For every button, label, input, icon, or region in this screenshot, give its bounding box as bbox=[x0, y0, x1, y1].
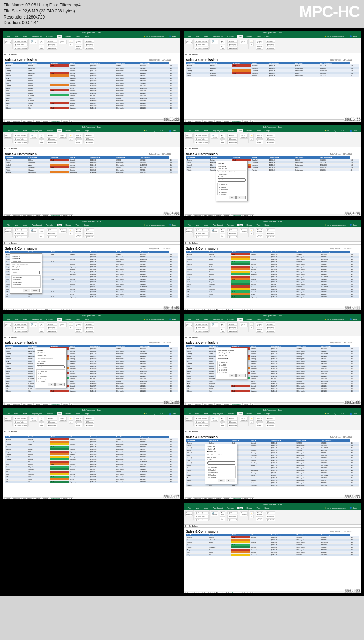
thumbnail[interactable]: SaleFigures.xlsx - Excel FileHomeInsertP… bbox=[184, 31, 361, 122]
tab-design[interactable]: Design bbox=[264, 412, 272, 415]
col-header[interactable]: Date of Hire ▾ bbox=[295, 62, 320, 64]
table-row[interactable]: RobertChenSoccer$250.00$250.0012/12/2008… bbox=[186, 380, 359, 382]
tab-insert[interactable]: Insert bbox=[203, 35, 209, 38]
cancel-button[interactable]: Cancel bbox=[55, 383, 65, 386]
table-row[interactable]: SharonCampbellRunning$441.00Below quota2… bbox=[186, 283, 359, 285]
col-header[interactable]: Commission ▾ bbox=[90, 62, 115, 64]
table-row[interactable]: PatriciaGonzalezRunning$6,935.00Below qu… bbox=[186, 169, 359, 171]
tab-data[interactable]: Data bbox=[57, 318, 63, 321]
new-sheet-button[interactable]: ⊕ bbox=[250, 592, 254, 593]
tab-data[interactable]: Data bbox=[237, 224, 243, 226]
sheet-tab[interactable]: Projections bbox=[193, 309, 203, 310]
sheet-tab[interactable]: Names bbox=[34, 214, 42, 216]
tab-formulas[interactable]: Formulas bbox=[226, 224, 235, 226]
table-row[interactable]: GeraldAndersonRedLacrosse$4,081.70$806.7… bbox=[186, 261, 359, 263]
queries-button[interactable]: ▦ Show Queries bbox=[14, 322, 28, 326]
table-row[interactable]: SarahBryantGymnastics$2,149.00Below quot… bbox=[186, 280, 359, 283]
sheet-tab[interactable]: Names bbox=[34, 403, 42, 405]
col-header[interactable]: Last Name ▾ bbox=[209, 439, 231, 442]
table-row[interactable]: SharonAlexanderLacrosse$3,938.00Below qu… bbox=[186, 67, 359, 69]
table-row[interactable]: KimberlyAllenLacrosse$6,141.00Below quot… bbox=[186, 541, 359, 544]
sheet-tab[interactable]: Pricing bbox=[4, 214, 11, 216]
tab-data[interactable]: Data bbox=[237, 412, 243, 415]
table-row[interactable]: KimberlyBarnesBaseball$6,718.00Below quo… bbox=[5, 362, 178, 365]
tab-pagelayout[interactable]: Page Layout bbox=[31, 35, 43, 38]
tab-formulas[interactable]: Formulas bbox=[45, 318, 54, 321]
sheet-tab[interactable]: Projections bbox=[12, 309, 22, 310]
table-row[interactable]: KimberlyAllenLacrosse$6,141.00Below quot… bbox=[186, 69, 359, 72]
table-row[interactable]: JosephBrownTennis$3,043.00Below quota10/… bbox=[5, 87, 178, 89]
text-columns-button[interactable]: Text toColumns bbox=[240, 322, 248, 327]
ribbon-tabs[interactable]: FileHomeInsertPage LayoutFormulasDataRev… bbox=[3, 129, 180, 132]
table-row[interactable]: WilliamCollinsRedBaseball$5,578.70Below … bbox=[186, 385, 359, 387]
ribbon-tabs[interactable]: FileHomeInsertPage LayoutFormulasDataRev… bbox=[184, 318, 361, 321]
tab-view[interactable]: View bbox=[75, 224, 81, 226]
col-header[interactable]: Commission ▾ bbox=[90, 156, 115, 159]
sheet-tab[interactable]: Item Products bbox=[22, 120, 34, 122]
col-header[interactable]: Division ▾ bbox=[231, 345, 250, 347]
table-row[interactable]: MargaretHendersonGymnastics$1,350.30Belo… bbox=[5, 171, 178, 174]
tab-view[interactable]: View bbox=[256, 224, 262, 226]
col-header[interactable]: Days employed ▾ bbox=[319, 62, 350, 64]
table-row[interactable]: KimberlyAllenLacrosse$6,141.00Below quot… bbox=[186, 352, 359, 355]
sheet-tab[interactable]: Pricing bbox=[4, 497, 11, 499]
sheet-tab[interactable]: staff left bbox=[223, 214, 230, 216]
filter-button[interactable]: ▼Filter bbox=[39, 328, 44, 333]
formula-bar[interactable]: B4 fx Beltran bbox=[3, 242, 180, 245]
table-row[interactable]: SharonAlexanderLacrosse$3,938.00Below qu… bbox=[186, 161, 359, 164]
tab-file[interactable]: File bbox=[6, 318, 11, 321]
group-button[interactable]: ▦ Group bbox=[266, 134, 275, 137]
thumbnail[interactable]: SaleFigures.xlsx - Excel FileHomeInsertP… bbox=[184, 503, 361, 593]
col-header[interactable]: Division ▾ bbox=[50, 156, 69, 159]
table-row[interactable]: WilliamCollinsRedBaseball$5,578.70Below … bbox=[5, 102, 178, 104]
sheet-tab[interactable]: Sheet1 bbox=[61, 497, 69, 499]
tab-formulas[interactable]: Formulas bbox=[226, 35, 235, 38]
tab-pagelayout[interactable]: Page Layout bbox=[212, 129, 224, 132]
table-row[interactable]: GeraldAndersonRedLacrosse$4,081.70$806.7… bbox=[186, 544, 359, 546]
col-header[interactable]: Division ▾ bbox=[50, 62, 69, 64]
tab-formulas[interactable]: Formulas bbox=[45, 35, 54, 38]
thumbnail[interactable]: SaleFigures.xlsx - Excel FileHomeInsertP… bbox=[184, 314, 361, 405]
col-header[interactable]: First Name ▾ bbox=[186, 251, 209, 253]
text-columns-button[interactable]: Text toColumns bbox=[59, 228, 67, 233]
formula-bar[interactable]: B4 fx Beltran bbox=[3, 147, 180, 150]
refresh-button[interactable]: 🔄Refresh bbox=[30, 40, 37, 44]
table-row[interactable]: RebeccaCoxRedKayaking$5,451.60Below quot… bbox=[186, 295, 359, 298]
tab-review[interactable]: Review bbox=[245, 35, 253, 38]
sheet-tab[interactable]: Commission bbox=[231, 214, 242, 216]
tab-design[interactable]: Design bbox=[83, 412, 91, 415]
col-header[interactable]: Sales ▾ bbox=[250, 534, 271, 536]
sheet-tab[interactable]: staff left bbox=[42, 214, 49, 216]
sheet-tabs[interactable]: PricingProjectionsItem ProductsNamesstaf… bbox=[3, 214, 180, 216]
sheet-tab[interactable]: Commission bbox=[50, 403, 61, 405]
get-data-button[interactable]: GetExternal bbox=[185, 134, 193, 139]
tab-home[interactable]: Home bbox=[13, 412, 20, 415]
sheet-tab[interactable]: Sheet1 bbox=[242, 403, 250, 405]
col-header[interactable]: Sales ▾ bbox=[251, 156, 268, 159]
col-header[interactable]: Sales ▾ bbox=[250, 345, 271, 347]
table-row[interactable]: TonyBakerKayaking$2,247.00Below quota4/1… bbox=[186, 266, 359, 268]
col-header[interactable]: Sales ▾ bbox=[250, 439, 271, 442]
table-row[interactable]: SharonCampbellRunning$441.00Below quota2… bbox=[5, 94, 178, 97]
get-data-button[interactable]: GetExternal bbox=[4, 134, 12, 139]
refresh-button[interactable]: 🔄Refresh bbox=[211, 417, 218, 422]
sheet-tab[interactable]: Item Products bbox=[203, 403, 215, 405]
sheet-tabs[interactable]: PricingProjectionsItem ProductsNamesstaf… bbox=[184, 214, 361, 216]
sheet-tab[interactable]: Item Products bbox=[203, 592, 215, 593]
thumbnail[interactable]: SaleFigures.xlsx - Excel FileHomeInsertP… bbox=[184, 408, 361, 499]
sheet-tab[interactable]: Projections bbox=[193, 120, 203, 122]
ribbon-tabs[interactable]: FileHomeInsertPage LayoutFormulasDataRev… bbox=[3, 412, 180, 415]
tab-insert[interactable]: Insert bbox=[22, 129, 28, 132]
thumbnail[interactable]: SaleFigures.xlsx - Excel FileHomeInsertP… bbox=[3, 125, 180, 216]
table-row[interactable]: KimberlyAllenLacrosse$6,141.00Below quot… bbox=[5, 69, 178, 72]
col-header[interactable]: Last Name ▾ bbox=[209, 156, 232, 159]
tab-view[interactable]: View bbox=[75, 318, 81, 321]
table-row[interactable]: DeborahBaileyRunning$6,935.00Below quota… bbox=[5, 357, 178, 360]
table-row[interactable]: MariaColemanLacrosse$5,340.00Below quota… bbox=[5, 382, 178, 385]
ribbon-tabs[interactable]: FileHomeInsertPage LayoutFormulasDataRev… bbox=[3, 35, 180, 38]
table-row[interactable]: TonyBakerKayaking$2,247.00Below quota4/1… bbox=[186, 360, 359, 362]
table-row[interactable]: GeraldAndersonRedLacrosse$4,081.70$806.7… bbox=[186, 72, 359, 74]
refresh-button[interactable]: 🔄Refresh bbox=[211, 322, 218, 327]
sheet-tabs[interactable]: PricingProjectionsItem ProductsNamesstaf… bbox=[3, 119, 180, 122]
tab-pagelayout[interactable]: Page Layout bbox=[212, 507, 224, 509]
